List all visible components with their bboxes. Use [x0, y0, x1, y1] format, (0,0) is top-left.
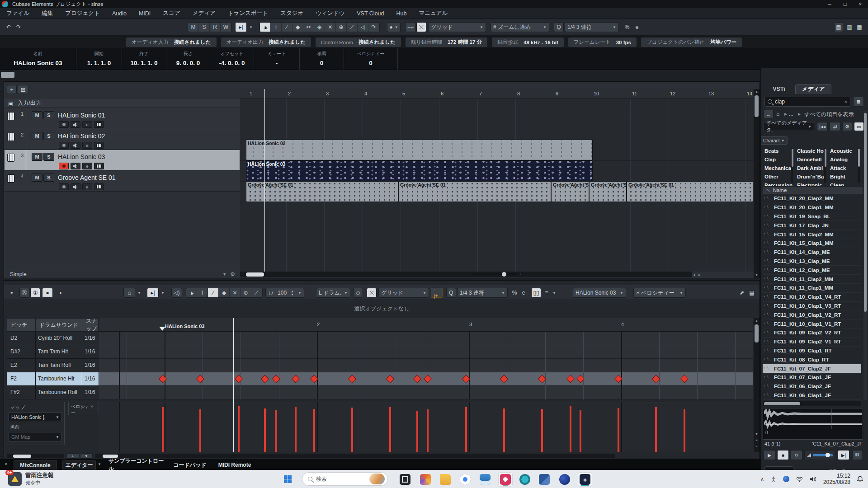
result-row[interactable]: FC11_Kit_11_Clap1_MM	[763, 284, 861, 293]
editor-quantize-panel-icon[interactable]: e	[519, 288, 528, 298]
result-row[interactable]: FC11_Kit_15_Clap2_MM	[763, 230, 861, 239]
active-part-dropdown[interactable]: HALion Sonic 03▼	[573, 288, 626, 298]
velocity-bar[interactable]	[570, 406, 571, 452]
marker-button[interactable]: ●▼	[387, 22, 401, 32]
status-chip[interactable]: 残り録音時間172 時間 17 分	[406, 38, 487, 47]
menu-item[interactable]: ウィンドウ	[316, 9, 344, 17]
automation-button[interactable]: S	[199, 23, 210, 32]
result-row[interactable]: FC11_Kit_14_Clap_ME	[763, 248, 861, 257]
current-drum-sound-icon[interactable]: ①	[30, 288, 40, 298]
track-row[interactable]: 1 M S HALion Sonic 01 e	[5, 108, 240, 129]
record-enable-button[interactable]	[59, 121, 69, 128]
info-field[interactable]: ミュート -	[254, 48, 300, 70]
part-layers-icon[interactable]: ≡	[542, 288, 551, 298]
drum-map-dropdown[interactable]: HALion Sonic [.▼	[9, 412, 62, 422]
result-row[interactable]: FC11_Kit_10_Clap1_V3_RT	[763, 302, 861, 311]
volume-icon[interactable]	[810, 476, 817, 482]
status-chip[interactable]: プロジェクトのパン補正均等パワー	[641, 38, 742, 47]
acoustic-feedback-icon[interactable]: ◑	[55, 288, 66, 298]
filter-scrollbar[interactable]	[791, 148, 793, 183]
velocity-bar[interactable]	[541, 409, 543, 452]
drum-note[interactable]	[424, 375, 432, 383]
velocity-lane[interactable]	[99, 402, 753, 452]
lower-zone-tab[interactable]: コードパッド	[171, 460, 209, 470]
split-tool-icon[interactable]: ✂	[303, 23, 314, 32]
menu-item[interactable]: Audio	[112, 10, 127, 17]
status-chip[interactable]: オーディオ入力接続されました	[126, 38, 216, 47]
velocity-bar[interactable]	[618, 408, 619, 452]
preview-loop-icon[interactable]: ↻	[791, 450, 802, 460]
quantize-preset-dropdown[interactable]: 1/4 3 連符▼	[565, 22, 619, 32]
drum-note[interactable]	[614, 375, 623, 383]
menu-item[interactable]: Hub	[396, 10, 407, 17]
align-beats-icon[interactable]: ⦀⦀	[852, 450, 862, 460]
edit-instrument-button[interactable]	[94, 183, 104, 190]
object-selection-tool-icon[interactable]: ▲	[260, 23, 271, 32]
filter-scrollbar[interactable]	[824, 148, 826, 183]
editor-erase-tool-icon[interactable]: ◆	[219, 288, 230, 297]
close-button[interactable]: ×	[853, 0, 868, 8]
taskbar-clock[interactable]: 15:12 2025/08/28	[823, 473, 850, 485]
filter-item[interactable]: Acoustic	[830, 147, 859, 155]
editor-hscrollbar[interactable]	[95, 454, 615, 458]
chrome-icon[interactable]	[460, 474, 471, 485]
editor-tab-dropdown-icon[interactable]: ▼	[98, 462, 101, 466]
lane-mode-dropdown[interactable]: 🗲 ベロシティー▼	[633, 288, 686, 298]
mail-icon[interactable]	[480, 474, 491, 485]
tab-media[interactable]: メディア	[795, 84, 831, 94]
breadcrumb-current[interactable]: すべての項目を表示	[804, 111, 854, 118]
menu-item[interactable]: スコア	[163, 9, 180, 17]
filter-item[interactable]: Attack	[830, 164, 859, 173]
record-enable-button[interactable]	[59, 142, 69, 149]
result-row[interactable]: FC11_Kit_10_Clap1_V1_RT	[763, 319, 861, 328]
drum-note[interactable]	[235, 375, 243, 383]
horizontal-zoom-slider[interactable]	[472, 273, 517, 275]
drum-note[interactable]	[196, 375, 204, 383]
editor-snap-icon[interactable]: ⤬	[367, 288, 377, 298]
velocity-bar[interactable]	[465, 407, 467, 452]
result-row[interactable]: FC11_Kit_19_Snap_BL	[763, 212, 861, 221]
info-field[interactable]: 名前 HALion Sonic 03	[0, 48, 76, 70]
breadcrumb-dots[interactable]: ...	[789, 111, 793, 117]
menu-item[interactable]: VST Cloud	[357, 10, 384, 17]
media-type-dropdown[interactable]: すべてのメディアタ.▼	[764, 122, 814, 131]
monitor-button[interactable]	[71, 121, 80, 128]
drum-note[interactable]	[292, 375, 300, 383]
home-icon[interactable]: ⌂	[776, 111, 779, 117]
draw-tool-icon[interactable]: ∕	[282, 23, 292, 32]
quantize-panel-icon[interactable]: e	[632, 22, 642, 32]
lower-zone-tab[interactable]: MixConsole	[14, 460, 57, 470]
velocity-bar[interactable]	[295, 407, 297, 452]
left-zone-toggle-icon[interactable]: ▤	[834, 22, 843, 32]
edit-instrument-button[interactable]	[94, 142, 104, 149]
add-track-button[interactable]: +	[7, 85, 17, 94]
part-dropdown-icon[interactable]: ▼	[551, 288, 557, 298]
part-start-marker[interactable]	[159, 327, 165, 331]
scroll-right-icon[interactable]: ▸	[698, 272, 701, 277]
edit-channel-button[interactable]: e	[82, 183, 92, 190]
add-lane-button[interactable]: +	[66, 453, 79, 459]
editor-swing-icon[interactable]: %	[510, 288, 519, 298]
filter-item[interactable]: Analog	[830, 155, 859, 164]
drum-note[interactable]	[566, 375, 575, 383]
drum-note[interactable]	[261, 375, 269, 383]
velocity-bar[interactable]	[389, 407, 391, 452]
editor-autoscroll-dropdown-icon[interactable]: ▼	[160, 288, 166, 298]
accessibility-icon[interactable]	[770, 476, 777, 482]
result-row[interactable]: FC11_Kit_12_Clap_ME	[763, 266, 861, 275]
edit-channel-button[interactable]: e	[82, 121, 92, 128]
velocity-bar[interactable]	[655, 407, 657, 452]
result-row[interactable]: FC11_Kit_09_Clap2_V1_RT	[763, 338, 861, 347]
list-view-icon[interactable]: ≣	[853, 97, 864, 107]
play-tool-icon[interactable]: ◁	[358, 23, 368, 32]
color-tool-icon[interactable]: ↷	[368, 23, 379, 32]
monitor-button[interactable]	[71, 163, 80, 169]
velocity-bar[interactable]	[580, 410, 581, 452]
editor-quantize-dropdown[interactable]: 1/4 3 連符▼	[457, 288, 508, 298]
start-button[interactable]	[284, 475, 292, 483]
snap-type-icon[interactable]: ⌐⌐	[405, 22, 416, 32]
setup-gear-icon[interactable]: ⚙	[842, 122, 852, 131]
mute-button[interactable]: M	[32, 153, 42, 161]
editor-ruler[interactable]: HALion Sonic 03	[99, 318, 753, 332]
info-field[interactable]: 開始 1. 1. 1. 0	[76, 48, 122, 70]
